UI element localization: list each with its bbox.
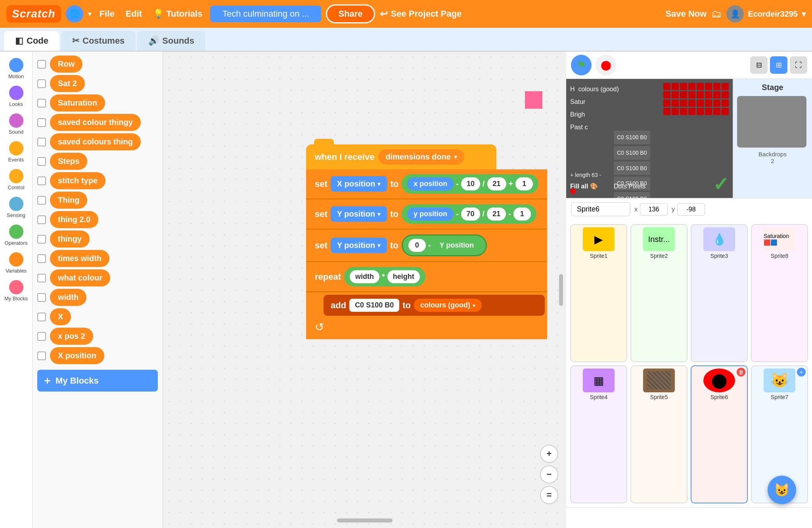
category-control[interactable]: Control xyxy=(2,167,31,193)
set-y-0-block[interactable]: set Y position ▾ to 0 - Y position xyxy=(306,230,547,262)
share-button[interactable]: Share xyxy=(326,4,375,23)
block-checkbox-thing2[interactable] xyxy=(37,215,46,224)
y-position-dropdown[interactable]: Y position ▾ xyxy=(331,206,387,222)
num-70[interactable]: 70 xyxy=(461,207,480,221)
block-pill-saved-colour[interactable]: saved colour thingy xyxy=(50,114,141,131)
num-21-1[interactable]: 21 xyxy=(487,177,506,190)
green-flag-button[interactable]: ⚑ xyxy=(571,55,592,75)
category-events[interactable]: Events xyxy=(2,139,31,165)
block-pill-times-width[interactable]: times width xyxy=(50,250,109,267)
sprite-card-sprite5[interactable]: Sprite5 xyxy=(630,365,688,503)
category-operators[interactable]: Operators xyxy=(2,222,31,248)
zoom-out-button[interactable]: − xyxy=(540,465,558,484)
code-canvas[interactable]: when I receive dimensions done ▾ set X p… xyxy=(163,52,566,528)
sprite-card-sprite1[interactable]: ▶ Sprite1 xyxy=(570,224,627,362)
num-21-2[interactable]: 21 xyxy=(487,207,506,221)
category-sensing[interactable]: Sensing xyxy=(2,194,31,221)
add-sprite-button[interactable]: 😺 xyxy=(768,476,796,504)
category-motion[interactable]: Motion xyxy=(2,56,31,82)
block-checkbox-thingy[interactable] xyxy=(37,235,46,244)
block-pill-thingy[interactable]: thingy xyxy=(50,230,90,248)
tutorials-link[interactable]: 💡 Tutorials xyxy=(150,9,205,19)
block-checkbox-thing[interactable] xyxy=(37,196,46,205)
set-y-position-block[interactable]: set Y position ▾ to y position - 70 / 21… xyxy=(306,200,547,230)
user-menu[interactable]: 👤 Ecordeir3295 ▾ xyxy=(726,5,806,23)
num-1-1[interactable]: 1 xyxy=(515,177,533,190)
edit-menu[interactable]: Edit xyxy=(123,9,146,19)
block-pill-xpos2[interactable]: x pos 2 xyxy=(50,328,93,345)
list-dropdown[interactable]: colours (good) ▾ xyxy=(414,299,482,312)
sprite-card-sprite2[interactable]: Instr... Sprite2 xyxy=(630,224,688,362)
tab-costumes[interactable]: ✂ Costumes xyxy=(61,31,136,51)
sprite-card-sprite6[interactable]: 🗑 ⬤ Sprite6 xyxy=(691,365,748,503)
block-pill-thing[interactable]: Thing xyxy=(50,192,87,209)
repeat-block-outer[interactable]: repeat width * height add C0 S100 B0 to xyxy=(306,262,547,339)
sprite-name-display[interactable]: Sprite6 xyxy=(571,202,630,216)
block-pill-width[interactable]: width xyxy=(50,289,86,306)
block-checkbox-saved-colours[interactable] xyxy=(37,138,46,146)
block-checkbox-xposition[interactable] xyxy=(37,351,46,360)
layout-fullscreen-button[interactable]: ⛶ xyxy=(790,56,807,74)
h-label: H colours (good) xyxy=(570,83,619,96)
block-pill-saturation[interactable]: Saturation xyxy=(50,94,105,111)
block-checkbox-times-width[interactable] xyxy=(37,254,46,263)
block-checkbox-steps[interactable] xyxy=(37,157,46,166)
hat-dropdown[interactable]: dimensions done ▾ xyxy=(378,149,464,165)
layout-split-button[interactable]: ⊟ xyxy=(750,56,768,74)
category-looks[interactable]: Looks xyxy=(2,83,31,109)
save-now-button[interactable]: Save Now xyxy=(665,9,707,19)
block-checkbox-what-colour[interactable] xyxy=(37,274,46,282)
num-1-2[interactable]: 1 xyxy=(513,207,531,221)
block-checkbox-saturation[interactable] xyxy=(37,99,46,108)
y-pos-dropdown-2[interactable]: Y position ▾ xyxy=(331,238,387,253)
horizontal-scrollbar[interactable] xyxy=(337,518,393,522)
tab-sounds[interactable]: 🔊 Sounds xyxy=(137,31,205,51)
block-pill-stitch[interactable]: stitch type xyxy=(50,172,105,189)
x-position-dropdown[interactable]: X position ▾ xyxy=(331,176,387,192)
set-x-position-block[interactable]: set X position ▾ to x position - 10 / 21… xyxy=(306,169,547,200)
tab-code[interactable]: ◧ Code xyxy=(4,31,59,51)
block-pill-saved-colours[interactable]: saved colours thing xyxy=(50,133,141,150)
block-checkbox-sat2[interactable] xyxy=(37,79,46,88)
category-sound[interactable]: Sound xyxy=(2,111,31,137)
block-pill-xposition[interactable]: X position xyxy=(50,347,104,364)
globe-dropdown-arrow[interactable]: ▾ xyxy=(88,10,92,18)
sprite-card-sprite4[interactable]: ▦ Sprite4 xyxy=(570,365,627,503)
file-menu[interactable]: File xyxy=(96,9,118,19)
sprite-card-sprite3[interactable]: 💧 Sprite3 xyxy=(691,224,748,362)
block-checkbox-x[interactable] xyxy=(37,313,46,321)
block-checkbox-saved-colour[interactable] xyxy=(37,118,46,127)
category-myblocks[interactable]: My Blocks xyxy=(2,278,31,304)
see-project-link[interactable]: ↩ See Project Page xyxy=(380,8,462,19)
block-pill-x[interactable]: X xyxy=(50,308,71,325)
stop-button[interactable]: ⬤ xyxy=(596,55,616,75)
zoom-in-button[interactable]: + xyxy=(540,445,558,463)
zoom-reset-button[interactable]: = xyxy=(540,486,558,504)
num-0[interactable]: 0 xyxy=(408,239,426,252)
block-pill-thing2[interactable]: thing 2.0 xyxy=(50,211,98,228)
block-pill-what-colour[interactable]: what colour xyxy=(50,269,110,286)
project-title[interactable]: Tech culminating on ... xyxy=(210,6,321,22)
sprite7-add[interactable]: ＋ xyxy=(797,368,806,376)
block-pill-sat2[interactable]: Sat 2 xyxy=(50,75,85,92)
block-checkbox-row[interactable] xyxy=(37,60,46,69)
vertical-scrollbar[interactable] xyxy=(559,274,563,306)
color-value[interactable]: C0 S100 B0 xyxy=(349,299,399,312)
sprite6-delete[interactable]: 🗑 xyxy=(737,368,745,376)
category-variables[interactable]: Variables xyxy=(2,250,31,276)
folder-icon[interactable]: 🗂 xyxy=(711,8,722,20)
block-checkbox-stitch[interactable] xyxy=(37,177,46,185)
add-block[interactable]: add C0 S100 B0 to colours (good) ▾ xyxy=(324,295,545,316)
block-pill-steps[interactable]: Steps xyxy=(50,153,87,170)
block-checkbox-width[interactable] xyxy=(37,293,46,302)
sprite-card-sprite8[interactable]: Saturation 🟥🟦 Sprite8 xyxy=(751,224,808,362)
x-coord-value[interactable]: 136 xyxy=(640,203,668,216)
block-checkbox-xpos2[interactable] xyxy=(37,332,46,341)
block-pill-row[interactable]: Row xyxy=(50,56,82,73)
hat-block[interactable]: when I receive dimensions done ▾ xyxy=(306,139,496,169)
layout-stage-button[interactable]: ⊞ xyxy=(770,56,787,74)
num-10[interactable]: 10 xyxy=(461,177,480,190)
y-coord-value[interactable]: -98 xyxy=(677,203,705,216)
globe-icon[interactable]: 🌐 xyxy=(66,5,83,23)
div-1: / xyxy=(483,179,485,188)
